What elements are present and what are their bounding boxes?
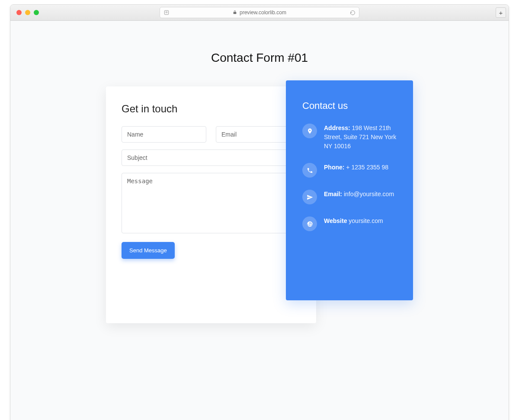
svg-rect-0 <box>164 10 168 14</box>
browser-window: preview.colorlib.com + Contact Form #01 … <box>10 4 509 420</box>
address-label: Address: <box>324 124 350 131</box>
form-panel: Get in touch Send Message <box>106 86 316 323</box>
content-wrapper: Get in touch Send Message Contact us <box>106 86 413 323</box>
page-title: Contact Form #01 <box>10 51 509 65</box>
website-label: Website <box>324 217 347 224</box>
contact-address-text: Address: 198 West 21th Street, Suite 721… <box>324 124 399 151</box>
lock-icon <box>233 10 237 16</box>
globe-icon <box>302 216 317 231</box>
map-pin-icon <box>302 124 317 138</box>
refresh-icon[interactable] <box>346 10 359 16</box>
email-value: info@yoursite.com <box>344 191 394 197</box>
contact-website-text: Website yoursite.com <box>324 216 399 231</box>
address-bar[interactable]: preview.colorlib.com <box>160 7 359 18</box>
send-message-button[interactable]: Send Message <box>122 242 175 259</box>
form-heading: Get in touch <box>122 103 301 115</box>
message-textarea[interactable] <box>122 173 301 233</box>
url-display: preview.colorlib.com <box>173 10 346 16</box>
website-value: yoursite.com <box>349 217 383 224</box>
new-tab-button[interactable]: + <box>496 7 506 18</box>
minimize-window-button[interactable] <box>25 10 30 15</box>
subject-input[interactable] <box>122 150 301 166</box>
contact-panel: Contact us Address: 198 West 21th Street… <box>286 80 413 300</box>
contact-phone-text: Phone: + 1235 2355 98 <box>324 163 399 178</box>
window-controls <box>16 10 39 15</box>
contact-phone: Phone: + 1235 2355 98 <box>302 163 399 178</box>
phone-icon <box>302 163 317 178</box>
browser-toolbar: preview.colorlib.com + <box>10 5 509 21</box>
reader-icon <box>160 10 173 16</box>
email-label: Email: <box>324 191 342 197</box>
phone-label: Phone: <box>324 164 344 171</box>
url-text: preview.colorlib.com <box>240 10 286 16</box>
name-input[interactable] <box>122 126 206 143</box>
page-viewport: Contact Form #01 Get in touch Send Messa… <box>10 21 509 420</box>
contact-heading: Contact us <box>302 100 399 111</box>
contact-address: Address: 198 West 21th Street, Suite 721… <box>302 124 399 151</box>
contact-email: Email: info@yoursite.com <box>302 190 399 204</box>
paper-plane-icon <box>302 190 317 204</box>
phone-value: + 1235 2355 98 <box>346 164 388 171</box>
maximize-window-button[interactable] <box>34 10 39 15</box>
close-window-button[interactable] <box>16 10 22 15</box>
contact-website: Website yoursite.com <box>302 216 399 231</box>
contact-email-text: Email: info@yoursite.com <box>324 190 399 204</box>
